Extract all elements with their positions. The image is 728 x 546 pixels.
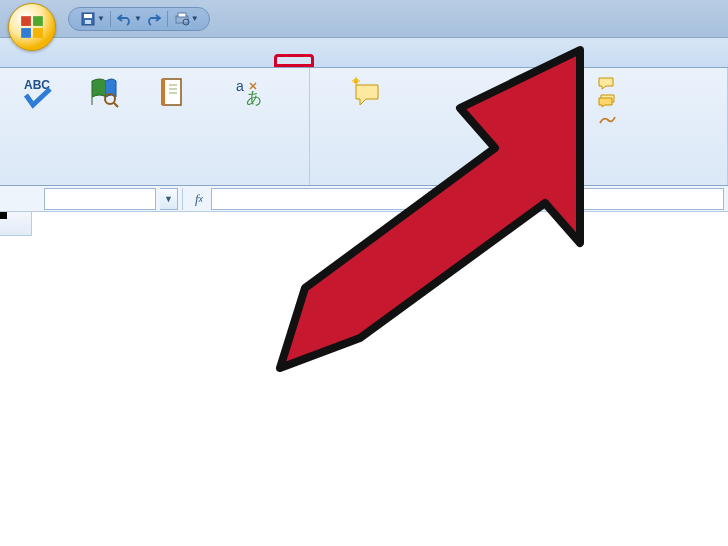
new-comment-icon xyxy=(349,74,385,110)
tab-formulas[interactable] xyxy=(190,55,232,67)
translate-icon: aあ xyxy=(229,74,265,110)
svg-rect-5 xyxy=(84,14,92,18)
fx-button[interactable]: fx xyxy=(187,188,211,210)
svg-text:a: a xyxy=(236,78,244,94)
fill-handle[interactable] xyxy=(0,212,7,219)
new-comment-button[interactable] xyxy=(336,72,398,112)
ribbon: ABC aあ xyxy=(0,68,728,186)
office-button[interactable] xyxy=(8,3,56,51)
tab-data[interactable] xyxy=(232,55,274,67)
comments-options xyxy=(592,72,628,132)
formula-input[interactable] xyxy=(211,188,724,210)
comments-icon xyxy=(598,94,616,110)
ink-icon xyxy=(598,112,616,128)
group-comments xyxy=(310,68,728,185)
tab-page-layout[interactable] xyxy=(148,55,190,67)
separator xyxy=(167,11,168,27)
formula-bar: ▼ fx xyxy=(0,186,728,212)
chevron-down-icon[interactable]: ▼ xyxy=(97,14,105,23)
svg-rect-1 xyxy=(33,16,43,26)
office-logo-icon xyxy=(19,14,45,40)
spelling-button[interactable]: ABC xyxy=(6,72,68,112)
separator xyxy=(182,188,183,210)
svg-rect-2 xyxy=(21,28,31,38)
svg-text:あ: あ xyxy=(246,89,262,106)
group-label-proofing xyxy=(6,180,303,185)
thesaurus-button[interactable] xyxy=(138,72,210,112)
next-icon xyxy=(539,74,575,110)
svg-rect-8 xyxy=(178,13,186,17)
tab-view[interactable] xyxy=(314,55,356,67)
svg-line-12 xyxy=(114,103,118,107)
svg-rect-0 xyxy=(21,16,31,26)
watermark xyxy=(688,512,722,542)
ribbon-tabs xyxy=(0,38,728,68)
translate-button[interactable]: aあ xyxy=(214,72,280,112)
tab-home[interactable] xyxy=(64,55,106,67)
watermark-logo-icon xyxy=(692,512,722,542)
name-box[interactable] xyxy=(44,188,156,210)
thesaurus-icon xyxy=(156,74,192,110)
show-all-comments-button[interactable] xyxy=(598,94,622,110)
tab-review[interactable] xyxy=(274,54,314,67)
svg-rect-13 xyxy=(163,79,181,105)
name-box-dropdown[interactable]: ▼ xyxy=(160,188,178,210)
comment-icon xyxy=(598,76,616,92)
research-button[interactable] xyxy=(72,72,134,112)
show-ink-button[interactable] xyxy=(598,112,622,128)
group-label-comments xyxy=(316,180,721,185)
quick-access-toolbar: ▼ ▼ ▼ xyxy=(68,7,210,31)
chevron-down-icon[interactable]: ▼ xyxy=(191,14,199,23)
title-bar: ▼ ▼ ▼ xyxy=(0,0,728,38)
svg-rect-14 xyxy=(161,79,165,105)
research-icon xyxy=(85,74,121,110)
show-hide-comment-button[interactable] xyxy=(598,76,622,92)
svg-rect-3 xyxy=(33,28,43,38)
svg-rect-6 xyxy=(85,20,91,24)
group-proofing: ABC aあ xyxy=(0,68,310,185)
separator xyxy=(110,11,111,27)
undo-icon[interactable] xyxy=(116,10,134,28)
spelling-icon: ABC xyxy=(19,74,55,110)
tab-insert[interactable] xyxy=(106,55,148,67)
chevron-down-icon[interactable]: ▼ xyxy=(134,14,142,23)
redo-icon[interactable] xyxy=(144,10,162,28)
next-comment-button[interactable] xyxy=(526,72,588,112)
save-icon[interactable] xyxy=(79,10,97,28)
print-preview-icon[interactable] xyxy=(173,10,191,28)
